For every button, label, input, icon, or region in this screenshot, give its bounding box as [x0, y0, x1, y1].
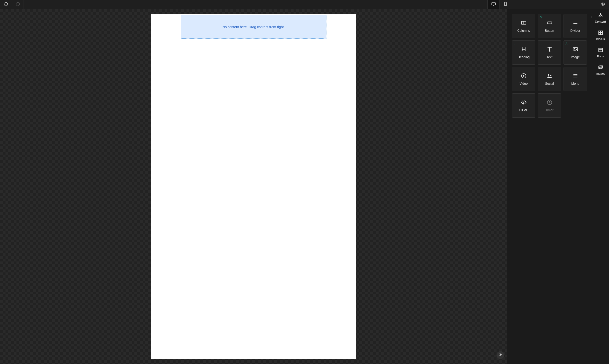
svg-point-28 — [599, 15, 600, 17]
undo-icon — [4, 2, 8, 7]
redo-button[interactable] — [12, 0, 24, 9]
block-timer[interactable]: Timer — [538, 93, 561, 117]
image-icon — [572, 46, 579, 52]
button-icon — [546, 20, 553, 26]
block-social[interactable]: Social — [538, 67, 561, 91]
desktop-icon — [491, 2, 496, 7]
chevrons-right-icon — [498, 353, 502, 357]
content-blocks-panel: Columns Button Divider — [507, 9, 592, 364]
heading-icon — [521, 46, 527, 52]
drop-zone-message: No content here. Drag content from right… — [222, 25, 285, 29]
mobile-view-button[interactable] — [499, 0, 511, 9]
sparkle-icon — [539, 15, 542, 19]
block-label: Menu — [571, 82, 579, 85]
desktop-view-button[interactable] — [488, 0, 499, 9]
blocks-tab-icon — [598, 30, 603, 36]
right-panels: Columns Button Divider — [507, 9, 609, 364]
svg-rect-31 — [601, 31, 602, 32]
svg-point-21 — [550, 75, 551, 76]
svg-marker-19 — [523, 75, 525, 77]
main-area: No content here. Drag content from right… — [0, 9, 609, 364]
empty-drop-zone[interactable]: No content here. Drag content from right… — [181, 15, 326, 39]
svg-rect-32 — [598, 33, 600, 35]
block-label: Button — [545, 29, 554, 32]
text-icon — [546, 46, 553, 52]
menu-icon — [572, 73, 579, 79]
toolbar-spacer-right — [511, 0, 597, 9]
undo-button[interactable] — [0, 0, 12, 9]
content-tab-icon — [598, 13, 603, 18]
social-icon — [546, 73, 553, 79]
svg-rect-29 — [601, 15, 602, 17]
svg-point-20 — [548, 74, 549, 76]
eye-icon — [601, 2, 605, 7]
block-label: HTML — [519, 108, 528, 112]
svg-marker-27 — [600, 13, 601, 15]
editor-workspace: No content here. Drag content from right… — [0, 9, 507, 364]
svg-rect-30 — [598, 31, 600, 32]
block-label: Image — [571, 55, 580, 59]
block-text[interactable]: Text — [538, 40, 561, 65]
block-menu[interactable]: Menu — [564, 67, 587, 91]
block-video[interactable]: Video — [512, 67, 535, 91]
block-label: Video — [520, 82, 528, 85]
sparkle-icon — [565, 42, 568, 45]
sparkle-icon — [539, 42, 542, 45]
block-button[interactable]: Button — [538, 14, 561, 38]
email-canvas[interactable]: No content here. Drag content from right… — [151, 14, 356, 359]
block-divider[interactable]: Divider — [564, 14, 587, 38]
tab-label: Images — [595, 72, 605, 75]
svg-point-38 — [599, 67, 600, 67]
toolbar-spacer-left — [24, 0, 488, 9]
top-toolbar — [0, 0, 609, 9]
html-icon — [521, 99, 527, 105]
svg-point-17 — [574, 48, 575, 49]
preview-button[interactable] — [597, 0, 609, 9]
block-heading[interactable]: Heading — [512, 40, 535, 65]
block-label: Columns — [517, 29, 530, 32]
svg-rect-34 — [598, 48, 602, 52]
block-label: Divider — [570, 29, 581, 32]
sparkle-icon — [513, 42, 517, 45]
svg-rect-0 — [492, 2, 495, 5]
mobile-icon — [503, 2, 508, 7]
block-html[interactable]: HTML — [512, 93, 535, 117]
block-label: Social — [545, 82, 554, 85]
tab-blocks[interactable]: Blocks — [592, 27, 609, 44]
right-sidebar-tabs: Content Blocks Body Images — [592, 9, 609, 364]
redo-icon — [15, 2, 20, 7]
collapse-right-panel-button[interactable] — [497, 351, 504, 359]
block-label: Heading — [518, 55, 529, 59]
svg-rect-33 — [601, 33, 602, 35]
tab-body[interactable]: Body — [592, 44, 609, 61]
tab-images[interactable]: Images — [592, 61, 609, 79]
svg-rect-37 — [598, 66, 602, 69]
body-tab-icon — [598, 48, 603, 53]
tab-label: Content — [595, 20, 606, 23]
divider-icon — [572, 20, 579, 26]
block-columns[interactable]: Columns — [512, 14, 535, 38]
content-blocks-grid: Columns Button Divider — [512, 14, 587, 117]
svg-line-25 — [523, 100, 524, 104]
block-image[interactable]: Image — [564, 40, 587, 65]
columns-icon — [521, 20, 527, 26]
images-tab-icon — [598, 65, 603, 71]
video-icon — [521, 73, 527, 79]
timer-icon — [546, 99, 553, 105]
tab-content[interactable]: Content — [592, 9, 609, 27]
block-label: Timer — [545, 108, 554, 112]
svg-rect-8 — [547, 22, 552, 24]
block-label: Text — [547, 55, 553, 59]
tab-label: Body — [597, 55, 604, 58]
tab-label: Blocks — [596, 37, 605, 41]
svg-point-5 — [602, 4, 604, 5]
